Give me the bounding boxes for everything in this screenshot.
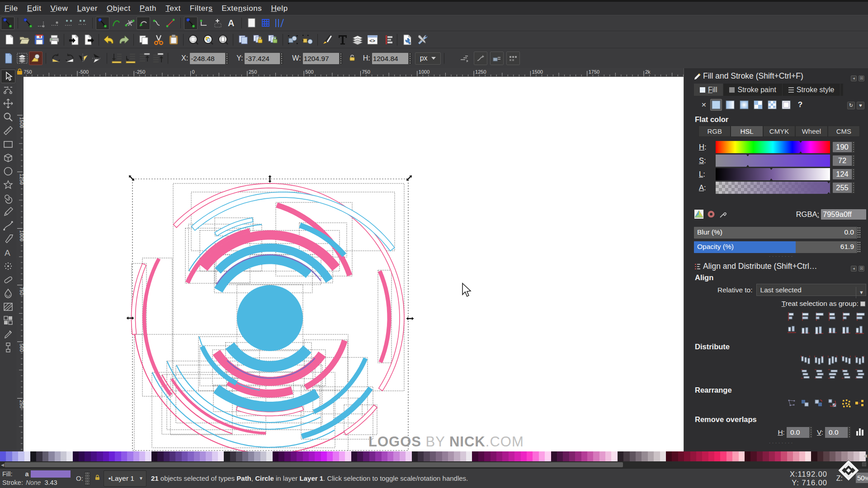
svg-text:-750: -750: [22, 69, 32, 75]
svg-text:A: A: [5, 248, 10, 258]
svg-text:1250: 1250: [475, 69, 486, 75]
svg-text:-500: -500: [79, 69, 89, 75]
svg-text:LOGOS BY NICK.COM: LOGOS BY NICK.COM: [368, 434, 524, 450]
svg-text:2k: 2k: [645, 69, 651, 75]
svg-text:1500: 1500: [532, 69, 542, 75]
svg-text:250: 250: [19, 400, 24, 408]
svg-text:A: A: [228, 18, 234, 28]
svg-text:500: 500: [19, 343, 24, 352]
svg-text:1750: 1750: [589, 69, 599, 75]
svg-text:250: 250: [249, 69, 257, 75]
svg-text:500: 500: [305, 69, 313, 75]
svg-text:750: 750: [19, 287, 24, 295]
svg-text:-250: -250: [135, 69, 145, 75]
svg-text:750: 750: [362, 69, 370, 75]
svg-text:1000: 1000: [419, 69, 429, 75]
svg-text:0: 0: [192, 69, 195, 75]
svg-text:<>: <>: [369, 38, 376, 44]
